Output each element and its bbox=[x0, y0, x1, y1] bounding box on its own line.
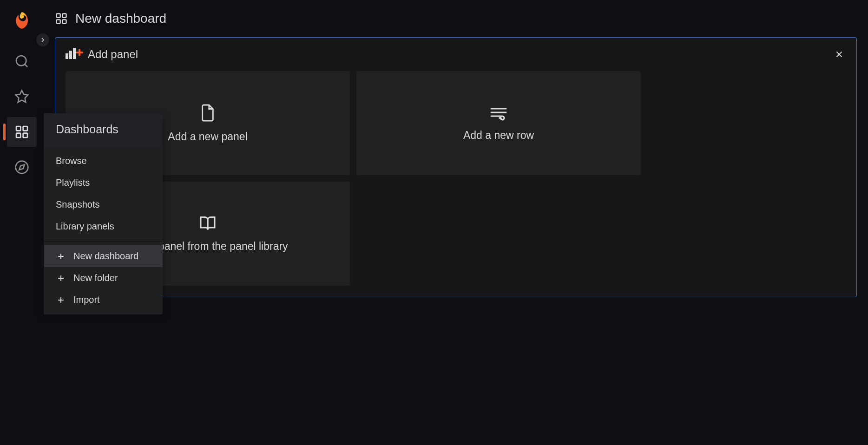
sidebar-item-starred[interactable] bbox=[7, 82, 37, 111]
svg-marker-8 bbox=[19, 164, 24, 170]
plus-icon bbox=[56, 274, 66, 283]
flyout-item-browse[interactable]: Browse bbox=[44, 150, 163, 172]
flyout-actions-section: New dashboard New folder Import bbox=[44, 242, 163, 314]
row-wrap-icon bbox=[489, 105, 508, 121]
grafana-logo[interactable] bbox=[11, 9, 33, 32]
dashboard-icon bbox=[55, 12, 68, 25]
flyout-item-playlists[interactable]: Playlists bbox=[44, 172, 163, 194]
page-header: New dashboard bbox=[44, 0, 868, 37]
svg-rect-3 bbox=[16, 126, 20, 131]
svg-rect-13 bbox=[66, 53, 68, 59]
flyout-action-new-folder[interactable]: New folder bbox=[44, 267, 163, 289]
add-panel-title: Add panel bbox=[88, 48, 138, 61]
plus-icon bbox=[56, 295, 66, 305]
svg-rect-15 bbox=[73, 48, 76, 59]
option-label: Add a new panel bbox=[168, 131, 247, 143]
svg-rect-5 bbox=[16, 133, 20, 137]
book-open-icon bbox=[198, 215, 217, 232]
nav-sidebar bbox=[0, 0, 44, 445]
dashboards-flyout: Dashboards Browse Playlists Snapshots Li… bbox=[44, 113, 163, 314]
option-add-new-row[interactable]: Add a new row bbox=[356, 71, 641, 175]
flyout-header[interactable]: Dashboards bbox=[44, 113, 163, 146]
sidebar-expand-toggle[interactable] bbox=[36, 33, 49, 46]
svg-rect-6 bbox=[23, 133, 27, 137]
option-label: Add a new row bbox=[463, 129, 534, 142]
flyout-item-label: Library panels bbox=[56, 221, 114, 232]
add-panel-card: Add panel Add a new panel bbox=[55, 37, 857, 297]
flyout-action-label: Import bbox=[73, 294, 100, 305]
flyout-item-label: Browse bbox=[56, 156, 87, 166]
main-area: New dashboard Add panel bbox=[44, 0, 868, 445]
svg-rect-12 bbox=[62, 20, 66, 23]
flyout-title: Dashboards bbox=[56, 123, 151, 136]
flyout-action-label: New dashboard bbox=[73, 251, 138, 262]
sidebar-item-explore[interactable] bbox=[7, 152, 37, 182]
flyout-action-import[interactable]: Import bbox=[44, 289, 163, 311]
panel-options: Add a new panel Add a new row bbox=[66, 71, 846, 286]
page-title: New dashboard bbox=[75, 11, 166, 26]
flyout-action-new-dashboard[interactable]: New dashboard bbox=[44, 245, 163, 267]
svg-line-1 bbox=[25, 64, 27, 67]
close-button[interactable] bbox=[832, 47, 846, 61]
flyout-nav-section: Browse Playlists Snapshots Library panel… bbox=[44, 146, 163, 241]
bar-chart-plus-icon bbox=[66, 47, 83, 62]
svg-rect-11 bbox=[57, 20, 60, 23]
plus-icon bbox=[56, 252, 66, 261]
svg-rect-14 bbox=[69, 51, 72, 59]
flyout-item-label: Playlists bbox=[56, 177, 90, 188]
svg-marker-2 bbox=[16, 91, 28, 102]
sidebar-item-search[interactable] bbox=[7, 46, 37, 76]
svg-rect-4 bbox=[23, 126, 27, 131]
file-icon bbox=[200, 104, 216, 122]
add-panel-header: Add panel bbox=[66, 47, 846, 62]
flyout-item-library-panels[interactable]: Library panels bbox=[44, 216, 163, 237]
flyout-item-label: Snapshots bbox=[56, 199, 100, 210]
svg-point-7 bbox=[16, 161, 28, 174]
flyout-action-label: New folder bbox=[73, 273, 118, 283]
svg-rect-10 bbox=[62, 14, 66, 18]
flyout-item-snapshots[interactable]: Snapshots bbox=[44, 194, 163, 216]
svg-rect-9 bbox=[57, 14, 60, 18]
svg-point-0 bbox=[16, 56, 26, 65]
sidebar-item-dashboards[interactable] bbox=[7, 117, 37, 147]
